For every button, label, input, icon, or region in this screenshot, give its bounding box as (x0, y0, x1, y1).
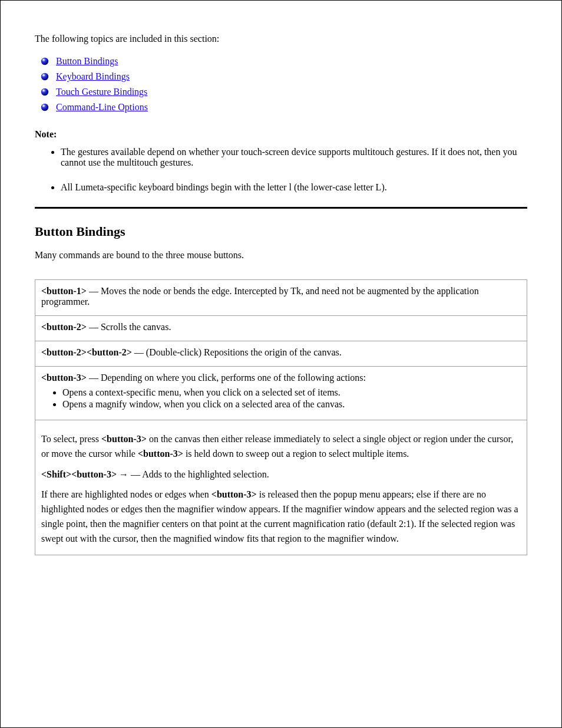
text: is held down to sweep out a region to se… (186, 449, 409, 459)
bullet-icon (41, 103, 49, 111)
binding-description: Scrolls the canvas. (101, 322, 171, 332)
text: — Adds to the highlighted selection. (131, 469, 269, 479)
svg-point-3 (42, 74, 44, 76)
paragraph: <Shift><button-3> → — Adds to the highli… (41, 467, 521, 482)
list-item: Command-Line Options (41, 100, 527, 115)
intro-text: The following topics are included in thi… (35, 34, 527, 44)
table-row: <button-2><button-2> — (Double-click) Re… (35, 341, 527, 367)
bullet-icon (41, 57, 49, 65)
bullet-icon (41, 88, 49, 96)
binding-description: Moves the node or bends the edge. Interc… (41, 286, 479, 307)
bindings-table: <button-1> — Moves the node or bends the… (35, 279, 527, 555)
svg-point-5 (42, 90, 44, 91)
keystroke: <Shift><button-3> (41, 469, 117, 479)
binding-description: Depending on where you click, performs o… (101, 373, 366, 383)
table-row: <button-1> — Moves the node or bends the… (35, 280, 527, 316)
svg-point-0 (41, 58, 48, 65)
binding-description: — (134, 347, 146, 357)
binding-command: <button-1> (41, 286, 87, 296)
svg-point-1 (42, 59, 44, 61)
table-row: <button-3> — Depending on where you clic… (35, 367, 527, 420)
topic-link-keyboard-bindings[interactable]: Keyboard Bindings (56, 71, 130, 82)
table-row: To select, press <button-3> on the canva… (35, 420, 527, 555)
topic-link-button-bindings[interactable]: Button Bindings (56, 56, 118, 67)
binding-description: (Double-click) Repositions the origin of… (146, 347, 342, 357)
keystroke: <button-3> (211, 489, 257, 499)
list-item: Opens a context-specific menu, when you … (62, 387, 521, 398)
binding-command: <button-2><button-2> (41, 347, 132, 357)
section-heading: Button Bindings (35, 224, 527, 239)
note-list: The gestures available depend on whether… (35, 147, 527, 193)
paragraph: To select, press <button-3> on the canva… (41, 432, 521, 462)
text: To select, press (41, 434, 101, 444)
topic-list: Button Bindings Keyboard Bindings Touch … (35, 54, 527, 115)
binding-description: — (89, 373, 101, 383)
table-row: <button-2> — Scrolls the canvas. (35, 316, 527, 341)
text: If there are highlighted nodes or edges … (41, 489, 211, 499)
svg-point-2 (41, 73, 48, 80)
note-item: The gestures available depend on whether… (61, 147, 527, 168)
keystroke: <button-3> (138, 449, 183, 459)
binding-command: <button-2> (41, 322, 87, 332)
svg-point-6 (41, 104, 48, 111)
keystroke: <button-3> (101, 434, 147, 444)
bullet-icon (41, 73, 49, 81)
note-item: All Lumeta-specific keyboard bindings be… (61, 182, 527, 193)
binding-command: <button-3> (41, 373, 87, 383)
binding-description: — (89, 322, 101, 332)
inner-list: Opens a context-specific menu, when you … (41, 387, 521, 410)
section-description: Many commands are bound to the three mou… (35, 250, 527, 261)
binding-description: — (89, 286, 101, 296)
list-item: Opens a magnify window, when you click o… (62, 398, 521, 410)
svg-point-4 (41, 88, 48, 95)
svg-point-7 (42, 105, 44, 107)
paragraph: If there are highlighted nodes or edges … (41, 487, 521, 546)
topic-link-touch-gesture[interactable]: Touch Gesture Bindings (56, 87, 147, 97)
topic-link-cmdline[interactable]: Command-Line Options (56, 102, 148, 113)
list-item: Keyboard Bindings (41, 69, 527, 84)
list-item: Touch Gesture Bindings (41, 84, 527, 100)
arrow-icon: → (119, 469, 131, 479)
note-label: Note: (35, 129, 527, 140)
divider (35, 207, 527, 209)
list-item: Button Bindings (41, 54, 527, 69)
